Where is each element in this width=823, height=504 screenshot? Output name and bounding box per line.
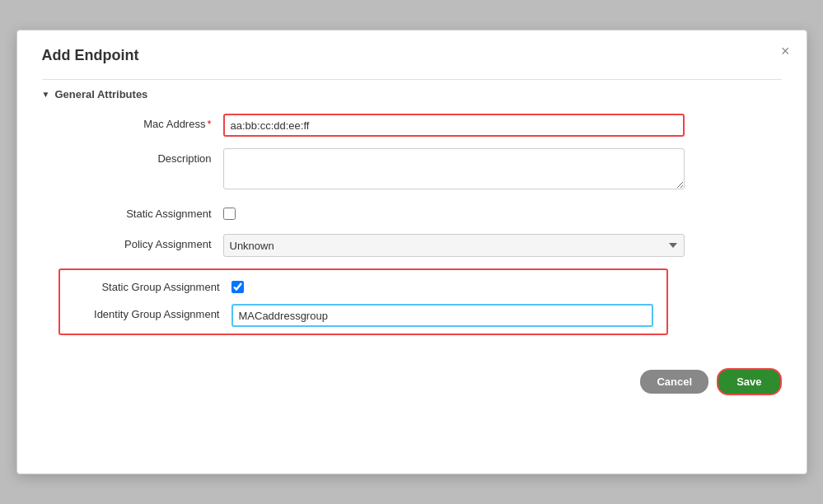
policy-assignment-control: Unknown Option 1 Option 2 xyxy=(223,234,685,257)
modal-footer: Cancel Save xyxy=(42,360,782,395)
policy-assignment-label: Policy Assignment xyxy=(58,234,223,250)
modal-dialog: Add Endpoint × ▼ General Attributes Mac … xyxy=(16,30,807,474)
static-group-box: Static Group Assignment Identity Group A… xyxy=(58,268,668,335)
required-indicator: * xyxy=(207,118,211,130)
description-row: Description xyxy=(42,148,782,192)
policy-assignment-row: Policy Assignment Unknown Option 1 Optio… xyxy=(42,234,782,257)
static-assignment-label: Static Assignment xyxy=(58,203,223,220)
section-label: General Attributes xyxy=(54,88,147,100)
mac-address-row: Mac Address* xyxy=(42,114,782,137)
description-control xyxy=(223,148,685,192)
section-general-attributes: ▼ General Attributes xyxy=(42,79,782,100)
modal-title: Add Endpoint xyxy=(42,47,782,64)
static-group-assignment-label: Static Group Assignment xyxy=(67,277,231,293)
save-button[interactable]: Save xyxy=(717,368,781,395)
static-assignment-checkbox[interactable] xyxy=(223,208,236,220)
cancel-button[interactable]: Cancel xyxy=(640,370,708,394)
static-group-assignment-control xyxy=(231,277,653,296)
mac-address-control xyxy=(223,114,685,137)
identity-group-assignment-control: MACaddressgroup Group A Group B xyxy=(231,304,653,327)
identity-group-assignment-select[interactable]: MACaddressgroup Group A Group B xyxy=(231,304,653,327)
policy-assignment-select[interactable]: Unknown Option 1 Option 2 xyxy=(223,234,685,257)
static-assignment-control xyxy=(223,203,685,222)
identity-group-assignment-row: Identity Group Assignment MACaddressgrou… xyxy=(67,304,653,327)
description-input[interactable] xyxy=(223,148,685,189)
chevron-down-icon: ▼ xyxy=(42,90,50,99)
static-group-assignment-row: Static Group Assignment xyxy=(67,277,653,296)
close-button[interactable]: × xyxy=(781,44,790,58)
static-assignment-row: Static Assignment xyxy=(42,203,782,222)
modal-overlay: Add Endpoint × ▼ General Attributes Mac … xyxy=(0,0,823,504)
static-group-assignment-checkbox[interactable] xyxy=(231,281,244,293)
identity-group-assignment-label: Identity Group Assignment xyxy=(67,304,231,320)
description-label: Description xyxy=(58,148,223,165)
mac-address-label: Mac Address* xyxy=(58,114,223,130)
mac-address-input[interactable] xyxy=(223,114,685,137)
